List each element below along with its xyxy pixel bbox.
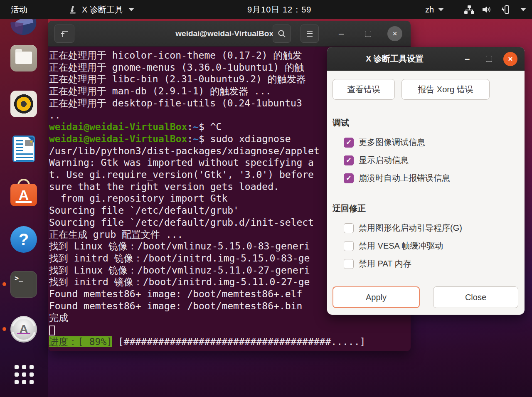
menu-button[interactable] bbox=[300, 25, 319, 43]
checkbox-row[interactable]: 禁用图形化启动引导程序(G) bbox=[332, 219, 518, 237]
terminal-text: weidai@weidai-VirtualBox bbox=[49, 121, 187, 132]
terminal-text: 找到 initrd 镜像：/boot/initrd.img-5.11.0-27-… bbox=[49, 276, 310, 287]
folder-icon bbox=[15, 52, 32, 64]
running-indicator-dot bbox=[2, 327, 6, 331]
terminal-text: $ sudo xdiagnose bbox=[199, 133, 291, 144]
terminal-prompt-icon: >_ bbox=[15, 274, 23, 282]
checkbox-label: 显示启动信息 bbox=[359, 155, 409, 166]
terminal-line bbox=[49, 324, 411, 336]
dock-item-help[interactable]: ? bbox=[10, 226, 37, 253]
report-xorg-error-button[interactable]: 报告 Xorg 错误 bbox=[401, 79, 490, 100]
input-source-label: zh bbox=[425, 5, 434, 15]
terminal-text: 正在处理用于 libc-bin (2.31-0ubuntu9.2) 的触发器 bbox=[49, 74, 306, 84]
dock-item-software-updater[interactable]: A bbox=[10, 316, 37, 343]
close-icon: × bbox=[503, 52, 517, 66]
chevron-down-icon bbox=[438, 8, 444, 11]
dock-item-files[interactable] bbox=[10, 45, 37, 72]
clock[interactable]: 9月10日 12：59 bbox=[247, 0, 311, 19]
dialog-maximize-button[interactable] bbox=[480, 47, 497, 71]
section-heading: 调试 bbox=[332, 117, 518, 128]
search-button[interactable] bbox=[273, 25, 291, 43]
chevron-down-icon bbox=[128, 8, 134, 11]
terminal-text: ~ bbox=[193, 121, 199, 132]
terminal-text: t. Use gi.require_version('Gtk', '3.0') … bbox=[49, 169, 314, 180]
terminal-text: 正在处理用于 hicolor-icon-theme (0.17-2) 的触发 bbox=[49, 50, 302, 61]
running-indicator-dot bbox=[2, 282, 6, 286]
dialog-title: X 诊断工具设置 bbox=[366, 53, 424, 64]
terminal-line: 进度：[ 89%] [#############################… bbox=[49, 336, 411, 348]
dock-item-terminal[interactable]: >_ bbox=[10, 271, 37, 298]
terminal-text: $ ^C bbox=[199, 121, 222, 132]
checkbox-label: 崩溃时自动上报错误信息 bbox=[359, 173, 450, 184]
terminal-text: Warning: Gtk was imported without specif… bbox=[49, 157, 314, 168]
network-wired-icon bbox=[464, 5, 475, 15]
close-button[interactable]: × bbox=[386, 25, 404, 43]
section-heading: 迂回修正 bbox=[332, 203, 518, 214]
dock-item-show-applications[interactable] bbox=[15, 365, 34, 384]
terminal-text: weidai@weidai-VirtualBox bbox=[49, 133, 187, 144]
checkbox-unchecked-icon[interactable] bbox=[344, 223, 354, 233]
xdiagnose-settings-dialog: X 诊断工具设置 – × 查看错误 报告 Xorg 错误 调试✓更多图像调试信息… bbox=[327, 47, 525, 315]
dock-item-rhythmbox[interactable] bbox=[10, 91, 37, 117]
xdiagnose-app-icon bbox=[68, 5, 78, 15]
minimize-button[interactable]: – bbox=[332, 25, 350, 43]
dialog-minimize-button[interactable]: – bbox=[459, 47, 475, 71]
terminal-text: 找到 Linux 镜像：/boot/vmlinuz-5.11.0-27-gene… bbox=[49, 265, 310, 276]
terminal-text: [####################################...… bbox=[112, 336, 365, 347]
terminal-text: 进度：[ 89%] bbox=[49, 336, 112, 347]
terminal-text: sure that the right version gets loaded. bbox=[49, 181, 279, 192]
terminal-cursor bbox=[49, 325, 55, 335]
close-icon: × bbox=[387, 26, 402, 41]
checkbox-row[interactable]: ✓更多图像调试信息 bbox=[332, 133, 518, 151]
terminal-text: 正在处理用于 gnome-menus (3.36.0-1ubuntu1) 的触 bbox=[49, 62, 304, 73]
app-menu[interactable]: X 诊断工具 bbox=[68, 4, 134, 15]
terminal-text: 找到 initrd 镜像：/boot/initrd.img-5.15.0-83-… bbox=[49, 253, 310, 264]
terminal-text: 完成 bbox=[49, 312, 68, 323]
dialog-titlebar[interactable]: X 诊断工具设置 – × bbox=[327, 47, 525, 71]
checkbox-checked-icon[interactable]: ✓ bbox=[344, 173, 354, 183]
checkbox-checked-icon[interactable]: ✓ bbox=[344, 155, 354, 165]
checkbox-label: 禁用 VESA 帧缓冲驱动 bbox=[359, 240, 443, 252]
dock-item-ubuntu-software[interactable]: A bbox=[10, 180, 37, 206]
close-dialog-button[interactable]: Close bbox=[433, 286, 518, 308]
checkbox-label: 禁用图形化启动引导程序(G) bbox=[359, 222, 462, 234]
checkbox-unchecked-icon[interactable] bbox=[344, 259, 354, 269]
checkbox-row[interactable]: ✓崩溃时自动上报错误信息 bbox=[332, 169, 518, 187]
app-menu-label: X 诊断工具 bbox=[82, 4, 123, 15]
terminal-text: /usr/lib/python3/dist-packages/xdiagnose… bbox=[49, 145, 320, 156]
document-icon bbox=[12, 136, 35, 162]
apply-button[interactable]: Apply bbox=[332, 286, 420, 308]
checkbox-label: 禁用 PAT 内存 bbox=[359, 258, 411, 269]
terminal-text: 正在处理用于 desktop-file-utils (0.24-1ubuntu3 bbox=[49, 98, 302, 108]
terminal-text: from gi.repository import Gtk bbox=[49, 193, 227, 204]
input-source-indicator[interactable]: zh bbox=[425, 5, 444, 15]
dialog-body: 查看错误 报告 Xorg 错误 调试✓更多图像调试信息✓显示启动信息✓崩溃时自动… bbox=[327, 71, 525, 315]
battery-charging-icon bbox=[499, 5, 510, 15]
terminal-text: .. bbox=[49, 110, 61, 121]
terminal-text: ~ bbox=[193, 133, 199, 144]
terminal-text: : bbox=[187, 121, 193, 132]
maximize-icon bbox=[486, 56, 492, 62]
terminal-text: 正在处理用于 man-db (2.9.1-1) 的触发器 ... bbox=[49, 86, 271, 96]
maximize-icon bbox=[365, 31, 371, 37]
maximize-button[interactable] bbox=[359, 25, 377, 43]
dialog-close-button[interactable]: × bbox=[502, 47, 519, 71]
checkbox-row[interactable]: 禁用 PAT 内存 bbox=[332, 255, 518, 273]
terminal-text: Sourcing file `/etc/default/grub.d/init-… bbox=[49, 217, 314, 228]
checkbox-unchecked-icon[interactable] bbox=[344, 241, 354, 251]
dock-item-libreoffice-writer[interactable] bbox=[10, 136, 37, 162]
terminal-title: weidai@weidai-VirtualBox: ~ bbox=[48, 29, 411, 38]
checkbox-checked-icon[interactable]: ✓ bbox=[344, 138, 354, 148]
terminal-titlebar[interactable]: weidai@weidai-VirtualBox: ~ – × bbox=[48, 21, 411, 47]
checkbox-row[interactable]: 禁用 VESA 帧缓冲驱动 bbox=[332, 237, 518, 255]
system-status-area[interactable] bbox=[464, 5, 510, 15]
view-errors-button[interactable]: 查看错误 bbox=[332, 79, 395, 100]
top-panel: 活动 X 诊断工具 9月10日 12：59 zh bbox=[0, 0, 532, 19]
terminal-text: Found memtest86+ image: /boot/memtest86+… bbox=[49, 301, 302, 311]
question-mark-icon: ? bbox=[19, 230, 29, 249]
activities-button[interactable]: 活动 bbox=[0, 0, 38, 19]
terminal-text: 找到 Linux 镜像：/boot/vmlinuz-5.15.0-83-gene… bbox=[49, 241, 310, 252]
chevron-down-icon[interactable] bbox=[520, 8, 526, 11]
checkbox-label: 更多图像调试信息 bbox=[359, 137, 425, 148]
checkbox-row[interactable]: ✓显示启动信息 bbox=[332, 151, 518, 169]
